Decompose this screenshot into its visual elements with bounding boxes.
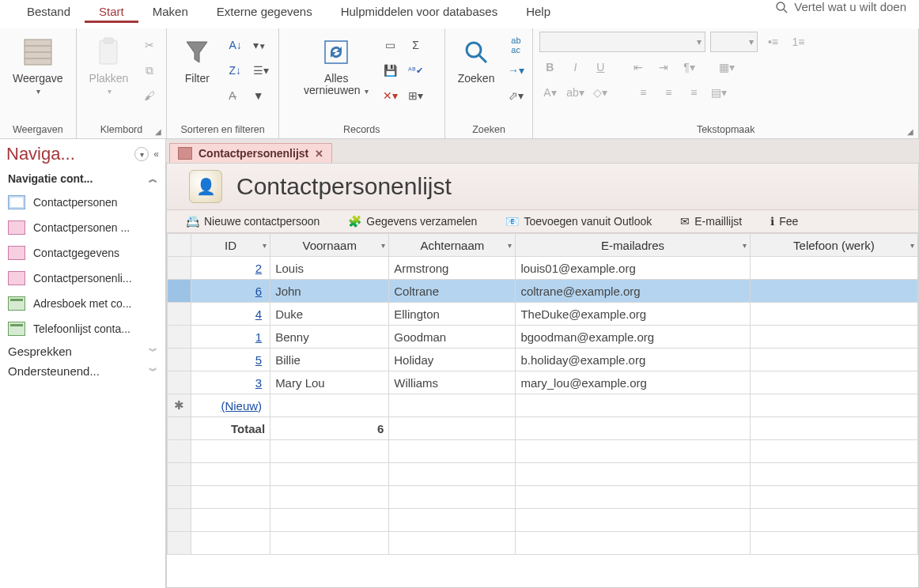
nav-item-telefoonlijst[interactable]: Telefoonlijst conta... [0,316,165,341]
cell-telefoon[interactable] [750,280,917,303]
nav-section-ondersteunend[interactable]: Ondersteunend... ︾ [0,361,165,381]
row-selector[interactable] [168,371,191,394]
column-dropdown-icon[interactable]: ▾ [743,241,747,250]
totals-button[interactable]: Σ [405,35,425,55]
filter-button[interactable]: Filter [173,33,221,88]
cell-email[interactable]: mary_lou@example.org [516,371,750,394]
cell-telefoon[interactable] [750,303,917,326]
tekstopmaak-dialog-launcher[interactable]: ◢ [907,127,917,137]
cell-telefoon[interactable] [750,349,917,371]
save-record-button[interactable]: 💾 [380,60,400,81]
cell-telefoon[interactable] [750,326,917,349]
row-selector[interactable] [168,303,191,326]
cell-email[interactable]: b.holiday@example.org [516,349,750,371]
select-button[interactable]: ⬀▾ [505,85,526,106]
cell-id-new[interactable]: (Nieuw) [191,394,270,417]
row-selector-header[interactable] [168,234,191,257]
menu-externe-gegevens[interactable]: Externe gegevens [202,0,327,23]
zoeken-button[interactable]: Zoeken [452,33,501,88]
table-row[interactable]: 5BillieHolidayb.holiday@example.org [168,349,918,371]
cell-achternaam[interactable]: Coltrane [389,280,516,303]
sort-asc-button[interactable]: A↓ [225,35,244,55]
nav-item-adresboek[interactable]: Adresboek met co... [0,291,165,316]
weergave-button[interactable]: Weergave [6,33,70,100]
action-email-list[interactable]: ✉ E-maillijst [680,215,742,228]
table-row[interactable]: 1BennyGoodmanbgoodman@example.org [168,326,918,349]
font-size-combo[interactable]: ▾ [710,32,758,52]
nav-dropdown-button[interactable]: ▾ [134,147,149,161]
advanced-filter-button[interactable]: ☰▾ [250,60,272,81]
col-header-email[interactable]: E-mailadres▾ [516,234,750,257]
refresh-all-button[interactable]: Allesvernieuwen [297,33,376,100]
column-dropdown-icon[interactable]: ▾ [263,241,267,250]
table-row[interactable]: 2LouisArmstronglouis01@example.org [168,257,918,280]
sort-desc-button[interactable]: Z↓ [225,60,244,81]
document-tab-contactpersonenlijst[interactable]: Contactpersonenlijst ✕ [169,143,332,163]
row-selector[interactable] [168,257,191,280]
column-dropdown-icon[interactable]: ▾ [381,241,385,250]
remove-sort-button[interactable]: A̶ [225,85,244,106]
more-records-button[interactable]: ⊞▾ [405,85,425,106]
nav-section-gesprekken[interactable]: Gesprekken ︾ [0,341,165,361]
cell-id[interactable]: 3 [191,371,270,394]
col-header-id[interactable]: ID▾ [191,234,270,257]
row-selector[interactable] [168,280,191,303]
menu-help[interactable]: Help [512,0,565,23]
cell-voornaam[interactable]: Billie [270,349,389,371]
table-row[interactable]: 3Mary LouWilliamsmary_lou@example.org [168,371,918,394]
action-add-from-outlook[interactable]: 📧 Toevoegen vanuit Outlook [505,215,652,228]
cell-achternaam[interactable]: Goodman [389,326,516,349]
action-gather-data[interactable]: 🧩 Gegevens verzamelen [348,215,477,228]
cell-empty[interactable] [516,394,750,417]
cell-id[interactable]: 5 [191,349,270,371]
cell-voornaam[interactable]: Duke [270,303,389,326]
cell-id[interactable]: 6 [191,280,270,303]
cell-voornaam[interactable]: Louis [270,257,389,280]
cell-email[interactable]: bgoodman@example.org [516,326,750,349]
cell-empty[interactable] [270,394,389,417]
font-family-combo[interactable]: ▾ [539,32,705,52]
menu-bestand[interactable]: Bestand [13,0,85,23]
cell-achternaam[interactable]: Armstrong [389,257,516,280]
cell-email[interactable]: TheDuke@example.org [516,303,750,326]
tell-me-search[interactable]: Vertel wat u wilt doen [775,0,906,13]
row-selector[interactable] [168,349,191,371]
cell-telefoon[interactable] [750,371,917,394]
menu-hulpmiddelen[interactable]: Hulpmiddelen voor databases [327,0,512,23]
row-selector[interactable] [168,326,191,349]
selection-filter-button[interactable]: ▾▼ [250,35,272,55]
cell-empty[interactable] [750,394,917,417]
cell-voornaam[interactable]: Mary Lou [270,371,389,394]
action-new-contact[interactable]: 📇 Nieuwe contactpersoon [186,215,320,228]
column-dropdown-icon[interactable]: ▾ [508,241,512,250]
klembord-dialog-launcher[interactable]: ◢ [155,127,165,137]
col-header-voornaam[interactable]: Voornaam▾ [270,234,389,257]
column-dropdown-icon[interactable]: ▾ [910,241,914,250]
data-grid[interactable]: ID▾ Voornaam▾ Achternaam▾ E-mailadres▾ T… [167,233,918,555]
tab-close-button[interactable]: ✕ [315,148,323,160]
toggle-filter-button[interactable]: ▼ [250,85,272,106]
menu-maken[interactable]: Maken [138,0,202,23]
goto-button[interactable]: →▾ [505,60,526,81]
spelling-button[interactable]: ᴬᴮ✔ [405,60,425,81]
cell-id[interactable]: 4 [191,303,270,326]
cell-telefoon[interactable] [750,257,917,280]
nav-item-contactgegevens[interactable]: Contactgegevens [0,240,165,266]
nav-item-contactpersonen[interactable]: Contactpersonen [0,190,165,215]
cell-voornaam[interactable]: John [270,280,389,303]
action-feedback[interactable]: ℹ Fee [770,215,798,228]
delete-record-button[interactable]: ✕▾ [380,85,400,106]
col-header-telefoon[interactable]: Telefoon (werk)▾ [750,234,917,257]
nav-item-contactpersonen-form[interactable]: Contactpersonen ... [0,215,165,240]
data-grid-container[interactable]: ID▾ Voornaam▾ Achternaam▾ E-mailadres▾ T… [167,233,918,587]
cell-achternaam[interactable]: Williams [389,371,516,394]
new-record-row[interactable]: ✱(Nieuw) [168,394,918,417]
cell-empty[interactable] [389,394,516,417]
cell-id[interactable]: 1 [191,326,270,349]
col-header-achternaam[interactable]: Achternaam▾ [389,234,516,257]
cell-achternaam[interactable]: Ellington [389,303,516,326]
table-row[interactable]: 4DukeEllingtonTheDuke@example.org [168,303,918,326]
cell-id[interactable]: 2 [191,257,270,280]
cell-email[interactable]: louis01@example.org [516,257,750,280]
table-row[interactable]: 6JohnColtranecoltrane@example.org [168,280,918,303]
